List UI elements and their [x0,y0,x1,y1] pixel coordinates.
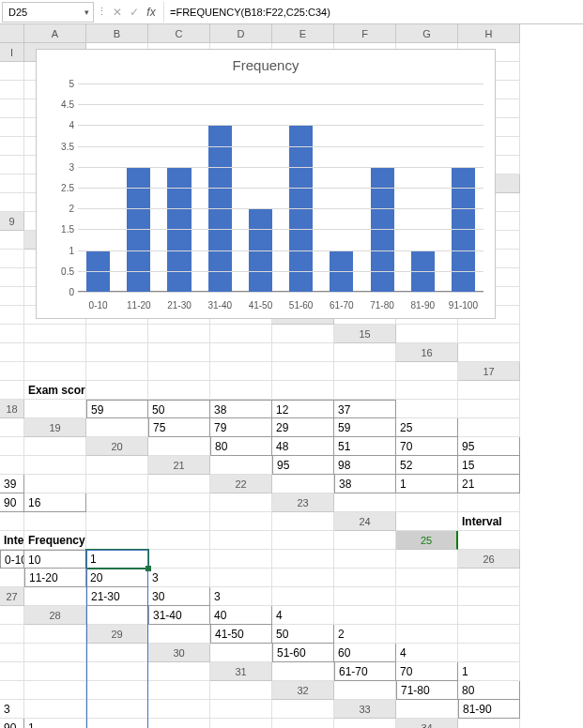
select-all-corner[interactable] [0,24,24,43]
cell[interactable] [458,418,520,437]
cell[interactable]: 0-10 [0,550,24,569]
fill-handle[interactable] [146,566,151,571]
cell[interactable] [24,343,86,362]
cell[interactable] [210,512,272,531]
column-header[interactable]: E [272,24,334,43]
cell[interactable] [0,343,24,362]
cell[interactable] [210,493,272,512]
cell[interactable] [0,418,24,437]
cell[interactable]: 4 [272,606,334,625]
cell[interactable] [210,550,272,569]
column-header[interactable]: B [86,24,148,43]
cell[interactable]: 51-60 [272,644,334,662]
cell[interactable] [334,343,396,362]
cell[interactable] [148,550,210,569]
cell[interactable] [272,550,334,569]
cell[interactable] [148,325,210,343]
cell[interactable]: 37 [334,400,396,418]
cell[interactable] [210,569,272,587]
cell[interactable] [458,325,520,343]
cell[interactable]: 80 [458,681,520,700]
cell[interactable] [458,625,520,644]
cell[interactable] [148,700,210,719]
cell[interactable] [24,587,86,606]
cell[interactable] [148,343,210,362]
cell[interactable]: Frequency [24,531,86,550]
column-header[interactable]: C [148,24,210,43]
cell[interactable]: 1 [86,550,148,569]
cell[interactable]: 98 [334,456,396,475]
cell[interactable] [0,231,24,250]
cell[interactable] [272,719,334,728]
cell[interactable] [458,343,520,362]
cell[interactable] [0,456,24,475]
row-header[interactable]: 32 [272,681,334,700]
cell[interactable]: 1 [24,719,86,728]
cell[interactable] [0,512,24,531]
cell[interactable]: 71-80 [396,681,458,700]
cell[interactable]: 41-50 [210,625,272,644]
cell[interactable] [24,700,86,719]
cell[interactable] [458,587,520,606]
cell[interactable] [334,569,396,587]
row-header[interactable]: 31 [210,662,272,681]
cell[interactable] [210,700,272,719]
cell[interactable] [210,325,272,343]
cell[interactable]: 30 [148,587,210,606]
row-header[interactable]: 29 [86,625,148,644]
cell[interactable] [86,456,148,475]
cell[interactable]: 59 [334,418,396,437]
cell[interactable]: 38 [210,400,272,418]
cell[interactable] [0,306,24,325]
row-header[interactable]: 33 [334,700,396,719]
cell[interactable] [272,587,334,606]
row-header[interactable]: 34 [396,719,458,728]
cell[interactable]: 52 [396,456,458,475]
cell[interactable] [272,531,334,550]
cell[interactable] [458,606,520,625]
cell[interactable] [334,681,396,700]
cell[interactable] [24,512,86,531]
cell[interactable] [334,493,396,512]
column-header[interactable]: F [334,24,396,43]
chart[interactable]: Frequency 00.511.522.533.544.55 0-1011-2… [36,49,496,319]
cell[interactable] [334,362,396,381]
cell[interactable] [210,681,272,700]
row-header[interactable]: 26 [458,550,520,569]
cell[interactable] [0,644,24,662]
cell[interactable] [0,118,24,137]
cell[interactable]: 11-20 [24,569,86,587]
cell[interactable] [148,475,210,493]
cell[interactable] [210,644,272,662]
cell[interactable]: 10 [24,550,86,569]
cell[interactable]: 3 [210,587,272,606]
cell[interactable]: 21-30 [86,587,148,606]
cell[interactable] [272,343,334,362]
cell[interactable] [86,719,148,728]
cell[interactable] [86,362,148,381]
cell[interactable] [86,418,148,437]
cell[interactable] [272,700,334,719]
cell[interactable]: 90 [0,493,24,512]
cell[interactable]: Interval [458,512,520,531]
cell[interactable] [86,381,148,400]
cell[interactable] [210,362,272,381]
cell[interactable] [148,362,210,381]
cell[interactable]: 95 [272,456,334,475]
cell[interactable] [24,644,86,662]
row-header[interactable]: 28 [24,606,86,625]
cell[interactable] [24,325,86,343]
cell[interactable]: 38 [334,475,396,493]
cell[interactable]: 70 [396,662,458,681]
cell[interactable] [396,550,458,569]
cell[interactable] [24,681,86,700]
cell[interactable] [396,493,458,512]
cell[interactable]: 3 [0,700,24,719]
cell[interactable]: 51 [334,437,396,456]
cell[interactable]: 2 [334,625,396,644]
cell[interactable] [396,606,458,625]
row-header[interactable]: 9 [0,212,24,231]
cell[interactable] [24,456,86,475]
cell[interactable]: 81-90 [458,700,520,719]
cell[interactable] [210,456,272,475]
